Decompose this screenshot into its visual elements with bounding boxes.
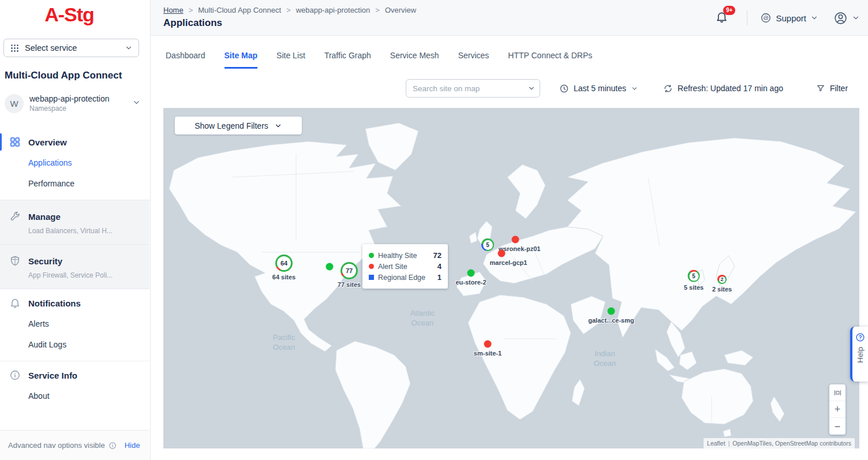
sidebar-item-notifications[interactable]: Notifications <box>0 293 149 313</box>
legend-value: 1 <box>437 273 442 282</box>
map-site-wsronek-pz01[interactable] <box>512 236 519 244</box>
map-site-marcel-gcp1[interactable] <box>498 250 506 257</box>
filter-label: Filter <box>830 84 848 93</box>
map-cluster-2[interactable]: 2 <box>717 275 727 284</box>
chevron-down-icon <box>527 84 536 92</box>
map-site-sm-site-1[interactable] <box>484 341 492 348</box>
filter-button[interactable]: Filter <box>816 84 848 93</box>
header-actions: 9+ @ Support <box>712 0 860 36</box>
legend-value: 4 <box>437 262 442 271</box>
legend-filters-label: Show Legend Filters <box>194 121 268 130</box>
map-marker-label: 5 sites <box>684 284 704 291</box>
breadcrumb-item[interactable]: webapp-api-protection <box>296 6 371 14</box>
shield-icon <box>9 255 21 267</box>
map-site-unnamed[interactable] <box>326 263 334 271</box>
time-range-label: Last 5 minutes <box>574 84 626 93</box>
sidebar-subitem-audit-logs[interactable]: Audit Logs <box>0 334 149 355</box>
sidebar-section-notifications: NotificationsAlertsAudit Logs <box>0 289 149 361</box>
legend-label: Healthy Site <box>378 252 429 260</box>
sidebar-section-subtitle: Load Balancers, Virtual H... <box>0 227 149 237</box>
map-site-galact-ce-smg[interactable] <box>608 308 615 315</box>
sidebar-item-overview[interactable]: Overview <box>0 132 149 152</box>
sidebar-section-security: SecurityApp Firewall, Service Poli... <box>0 245 149 289</box>
zoom-in-button[interactable]: + <box>829 401 845 418</box>
site-map[interactable]: PacificOceanAtlanticOceanIndianOcean 646… <box>163 108 859 448</box>
sidebar-item-security[interactable]: Security <box>0 250 149 271</box>
legend-row: Alert Site4 <box>369 262 442 271</box>
help-tab[interactable]: Help <box>850 327 868 382</box>
site-status-marker <box>369 264 374 269</box>
sidebar-subitem-alerts[interactable]: Alerts <box>0 313 149 334</box>
tab-traffic-graph[interactable]: Traffic Graph <box>324 51 371 69</box>
tab-services[interactable]: Services <box>458 51 489 69</box>
chevron-down-icon <box>125 44 133 52</box>
sidebar-subitem-applications[interactable]: Applications <box>0 152 149 173</box>
map-marker-label: 64 sites <box>272 274 295 281</box>
refresh-button[interactable]: Refresh: Updated 17 min ago <box>663 84 783 94</box>
map-cluster-64[interactable]: 64 <box>275 255 293 272</box>
apps-grid-icon <box>10 43 20 53</box>
namespace-selector[interactable]: W webapp-api-protection Namespace <box>5 90 147 117</box>
show-legend-filters-button[interactable]: Show Legend Filters <box>175 117 302 134</box>
user-icon <box>833 11 848 25</box>
tab-site-list[interactable]: Site List <box>276 51 305 69</box>
support-menu[interactable]: @ Support <box>760 12 818 24</box>
sidebar-item-manage[interactable]: Manage <box>0 206 149 227</box>
clock-icon <box>559 84 569 94</box>
search-site-dropdown <box>406 79 540 98</box>
sidebar: A-Stg Select service Multi-Cloud App Con… <box>0 0 151 460</box>
sidebar-item-label: Security <box>28 256 62 266</box>
info-icon <box>9 369 21 381</box>
brand-logo: A-Stg <box>0 3 139 26</box>
tab-http-connect-drps[interactable]: HTTP Connect & DRPs <box>508 51 592 69</box>
legend-row: Healthy Site72 <box>369 251 442 260</box>
breadcrumb-separator: > <box>281 6 296 14</box>
info-icon <box>108 442 117 450</box>
svg-text:@: @ <box>764 14 769 21</box>
sidebar-subitem-about[interactable]: About <box>0 386 149 406</box>
tab-dashboard[interactable]: Dashboard <box>166 51 205 69</box>
legend-value: 72 <box>433 251 442 260</box>
zoom-out-button[interactable]: − <box>829 418 845 435</box>
cluster-count: 77 <box>346 267 353 274</box>
site-status-marker <box>369 253 374 258</box>
map-cluster-5[interactable]: 5 <box>481 238 494 251</box>
sidebar-nav: OverviewApplicationsPerformanceManageLoa… <box>0 128 149 412</box>
leaflet-credit[interactable]: Leaflet <box>707 440 725 447</box>
time-range-selector[interactable]: Last 5 minutes <box>559 84 638 94</box>
sidebar-subitem-performance[interactable]: Performance <box>0 173 149 194</box>
map-controls: + − <box>829 384 845 435</box>
fit-bounds-button[interactable] <box>829 384 845 401</box>
select-service-label: Select service <box>25 43 119 53</box>
notifications-bell-button[interactable]: 9+ <box>712 7 732 29</box>
breadcrumb-item: Overview <box>385 6 416 14</box>
select-service-dropdown[interactable]: Select service <box>3 39 139 57</box>
support-label: Support <box>776 13 806 23</box>
help-label: Help <box>856 347 865 363</box>
tab-site-map[interactable]: Site Map <box>225 51 258 69</box>
sidebar-item-label: Notifications <box>28 298 81 308</box>
map-cluster-77[interactable]: 77 <box>341 262 358 279</box>
chevron-down-icon <box>274 122 282 130</box>
namespace-name: webapp-api-protection <box>29 94 110 103</box>
breadcrumb-item[interactable]: Multi-Cloud App Connect <box>198 6 281 14</box>
tab-service-mesh[interactable]: Service Mesh <box>390 51 439 69</box>
map-cluster-5[interactable]: 5 <box>688 270 700 282</box>
support-icon: @ <box>760 12 772 24</box>
hide-advanced-nav-link[interactable]: Hide <box>125 441 140 450</box>
map-markers-layer: 6464 sites7777 sites5wsronek-pz01marcel-… <box>163 108 859 448</box>
map-legend: Healthy Site72Alert Site4Regional Edge1 <box>362 244 448 289</box>
breadcrumb-item[interactable]: Home <box>163 6 184 14</box>
map-attribution: Leaflet | OpenMapTiles, OpenStreetMap co… <box>704 438 855 448</box>
cluster-count: 64 <box>280 260 287 267</box>
chevron-down-icon <box>852 14 860 22</box>
search-site-input[interactable] <box>406 79 540 98</box>
legend-label: Regional Edge <box>378 274 433 282</box>
tiles-credit[interactable]: OpenMapTiles, OpenStreetMap contributors <box>732 440 851 447</box>
sidebar-item-service-info[interactable]: Service Info <box>0 365 149 386</box>
attribution-separator: | <box>728 440 730 447</box>
user-account-menu[interactable] <box>833 11 860 25</box>
sidebar-section-service-info: Service InfoAbout <box>0 361 149 412</box>
map-site-eu-store-2[interactable] <box>467 270 475 277</box>
refresh-icon <box>663 84 673 94</box>
